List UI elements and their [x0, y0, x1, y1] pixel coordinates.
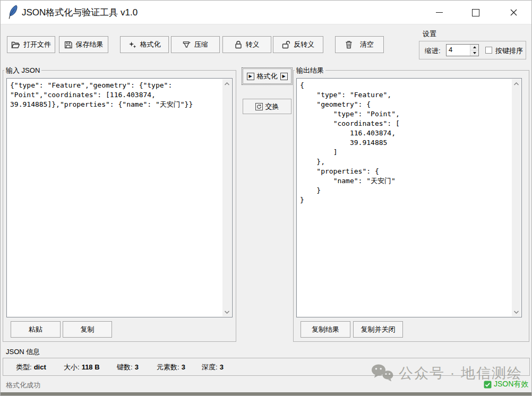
input-json-textarea[interactable]: {"type": "Feature","geometry": {"type": … [6, 78, 233, 317]
copy-and-close-button[interactable]: 复制并关闭 [353, 321, 403, 338]
scroll-down-icon[interactable] [512, 307, 521, 316]
indent-value: 4 [449, 46, 452, 54]
status-message: 格式化成功 [6, 381, 40, 390]
compress-button[interactable]: 压缩 [171, 36, 220, 53]
title-bar: JSON格式化与验证工具 v1.0 [1, 1, 531, 24]
spinner-arrows [470, 45, 478, 56]
open-file-button[interactable]: 打开文件 [7, 36, 55, 53]
info-type: 类型:dict [16, 363, 46, 372]
paste-button[interactable]: 粘贴 [11, 321, 61, 338]
swap-label: 交换 [265, 102, 279, 111]
copy-input-button[interactable]: 复制 [63, 321, 112, 338]
scroll-up-icon[interactable] [222, 79, 231, 88]
save-result-label: 保存结果 [76, 40, 104, 49]
output-json-content[interactable]: { "type": "Feature", "geometry": { "type… [300, 81, 509, 205]
spin-down-button[interactable] [470, 50, 478, 56]
info-elements: 元素数:3 [157, 363, 185, 372]
json-valid-badge: JSON有效 [484, 380, 528, 389]
check-icon [484, 381, 492, 389]
maximize-button[interactable] [464, 1, 488, 24]
format-action-label: 格式化 [257, 72, 278, 81]
json-info-frame: 类型:dict 大小:118 B 键数:3 元素数:3 深度:3 [3, 358, 530, 376]
scroll-down-icon[interactable] [222, 307, 231, 316]
compress-label: 压缩 [194, 40, 208, 49]
escape-label: 转义 [246, 40, 260, 49]
indent-label: 缩进: [425, 46, 441, 56]
open-file-label: 打开文件 [23, 40, 51, 49]
clear-label: 清空 [360, 40, 374, 49]
save-result-button[interactable]: 保存结果 [59, 36, 108, 53]
tk-feather-icon [7, 5, 19, 22]
window-bottom-edge [1, 392, 531, 395]
arrow-up-icon [473, 46, 476, 48]
output-panel-label: 输出结果 [295, 66, 325, 75]
copy-result-label: 复制结果 [312, 325, 339, 334]
copy-result-button[interactable]: 复制结果 [301, 321, 350, 338]
escape-button[interactable]: 转义 [222, 36, 271, 53]
paste-label: 粘贴 [29, 325, 42, 334]
info-size: 大小:118 B [64, 363, 100, 372]
trash-icon [345, 40, 353, 49]
input-json-content[interactable]: {"type": "Feature","geometry": {"type": … [10, 81, 220, 109]
settings-group-label: 设置 [423, 29, 436, 39]
clear-button[interactable]: 清空 [335, 36, 384, 53]
unescape-label: 反转义 [294, 40, 314, 49]
window-title: JSON格式化与验证工具 v1.0 [22, 1, 138, 24]
folder-open-icon [11, 41, 20, 49]
app-window: JSON格式化与验证工具 v1.0 打开文件 保存结果 格式化 [0, 0, 532, 396]
maximize-icon [472, 9, 479, 16]
unescape-button[interactable]: 反转义 [273, 36, 323, 53]
close-button[interactable] [501, 1, 526, 24]
sort-keys-label: 按键排序 [495, 46, 523, 56]
save-icon [64, 41, 72, 49]
swap-button[interactable]: 交换 [243, 99, 291, 114]
spin-up-button[interactable] [470, 45, 478, 50]
play-icon: ▶ [247, 73, 254, 80]
lock-icon [235, 40, 242, 49]
close-icon [510, 9, 517, 16]
scroll-up-icon[interactable] [512, 79, 521, 88]
format-button[interactable]: 格式化 [120, 36, 169, 53]
copy-and-close-label: 复制并关闭 [361, 325, 396, 334]
info-depth: 深度:3 [202, 363, 224, 372]
output-result-textarea[interactable]: { "type": "Feature", "geometry": { "type… [296, 78, 522, 317]
indent-spinbox[interactable]: 4 [446, 44, 479, 56]
output-scrollbar[interactable] [512, 79, 521, 316]
sort-keys-checkbox[interactable] [485, 47, 492, 54]
minimize-icon [436, 12, 443, 13]
json-info-section-label: JSON 信息 [6, 347, 40, 357]
json-valid-text: JSON有效 [494, 380, 528, 389]
input-panel-label: 输入 JSON [4, 66, 41, 75]
minimize-button[interactable] [427, 1, 451, 24]
unlock-icon [282, 40, 290, 49]
input-scrollbar[interactable] [222, 79, 231, 316]
sparkles-icon [128, 41, 136, 49]
info-keys: 键数:3 [117, 363, 139, 372]
swap-icon [255, 103, 263, 110]
copy-input-label: 复制 [81, 325, 95, 334]
clamp-icon [183, 41, 191, 49]
format-label: 格式化 [140, 40, 161, 49]
format-action-button[interactable]: ▶ 格式化 ▶ [243, 68, 291, 84]
settings-group: 缩进: 4 按键排序 [419, 41, 526, 59]
arrow-down-icon [473, 52, 476, 54]
play-icon: ▶ [280, 73, 288, 80]
